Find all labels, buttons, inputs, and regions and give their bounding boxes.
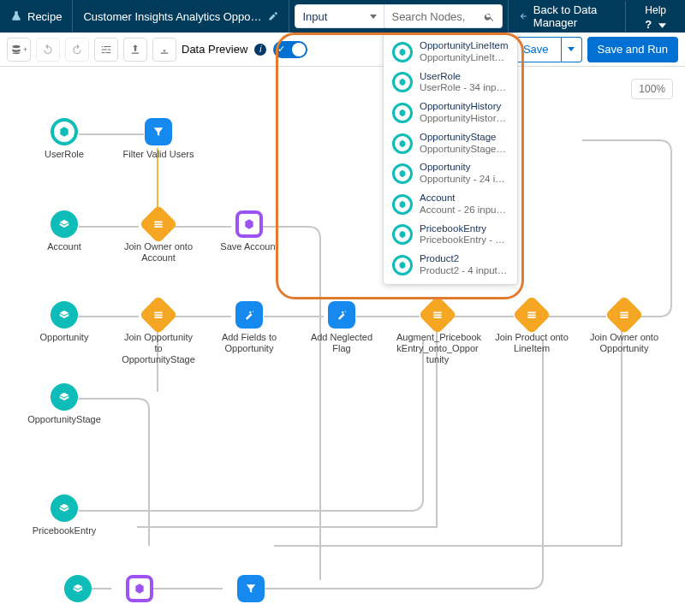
save-dropdown-button[interactable] [562, 37, 582, 62]
back-link[interactable]: Back to Data Manager [508, 0, 625, 33]
node-filter-valid-users[interactable]: Filter Valid Users [122, 118, 195, 160]
settings-button[interactable] [94, 38, 118, 62]
wand-icon [243, 309, 255, 321]
dropdown-title: PricebookEntry [420, 223, 509, 235]
stack-icon [432, 309, 444, 321]
save-and-run-button[interactable]: Save and Run [587, 37, 678, 62]
layers-icon [58, 309, 70, 321]
stack-icon [152, 218, 164, 230]
node-label: PricebookEntry [33, 525, 97, 536]
hex-ring-icon [392, 255, 413, 275]
node-label: Add Neglected Flag [305, 332, 378, 354]
node-add-neglected[interactable]: Add Neglected Flag [305, 301, 378, 354]
node-userrole[interactable]: UserRole [27, 118, 101, 160]
recipe-canvas[interactable]: 100% UserRole Filter Valid Users [0, 67, 685, 616]
node-label: Augment_Pricebook kEntry_onto_Oppor tuni… [396, 332, 479, 366]
back-arrow-icon [519, 10, 527, 22]
dropdown-subtitle: Product2 - 4 input c... [420, 265, 509, 277]
node-opportunity[interactable]: Opportunity [27, 301, 101, 343]
node-add-fields[interactable]: Add Fields to Opportunity [212, 301, 286, 354]
node-label: Filter Valid Users [123, 149, 194, 160]
dropdown-subtitle: OpportunityStage - ... [420, 144, 509, 156]
save-split-button: Save [510, 37, 582, 62]
hex-ring-icon [392, 103, 413, 123]
hex-ring-icon [392, 224, 413, 245]
hex-ring-icon [392, 72, 413, 92]
node-join-owner-account[interactable]: Join Owner onto Account [122, 210, 195, 264]
node-join-owner-opp[interactable]: Join Owner onto Opportunity [587, 301, 661, 354]
brand-section: Recipe [0, 0, 73, 33]
node-label: Join Owner onto Opportunity [587, 332, 661, 354]
layers-icon [58, 502, 70, 514]
search-placeholder: Search Nodes, [391, 10, 465, 23]
dropdown-subtitle: OpportunityHistory ... [420, 113, 509, 125]
pencil-icon [268, 11, 278, 21]
chevron-down-icon [568, 47, 575, 51]
redo-button[interactable] [65, 38, 89, 62]
hex-ring-icon [392, 133, 413, 154]
stack-icon [618, 309, 630, 321]
node-type-value: Input [302, 10, 327, 23]
node-filter-bottom[interactable] [214, 575, 288, 602]
node-pricebook-entry[interactable]: PricebookEntry [27, 495, 101, 536]
chevron-down-icon [370, 15, 377, 19]
dropdown-subtitle: Account - 26 input c... [420, 204, 509, 216]
dropdown-title: Product2 [420, 253, 509, 265]
node-type-select[interactable]: Input [295, 4, 384, 28]
hex-ring-icon [392, 194, 413, 215]
node-output-bottom[interactable] [103, 575, 176, 602]
dropdown-item[interactable]: OpportunityOpportunity - 24 inp... [384, 158, 517, 189]
flask-icon [10, 10, 22, 22]
export-button[interactable] [123, 38, 147, 62]
node-label: Opportunity [40, 332, 89, 343]
stack-icon [152, 309, 164, 321]
node-label: Account [47, 241, 81, 252]
dropdown-title: OpportunityLineItem [420, 40, 509, 52]
back-label: Back to Data Manager [533, 3, 616, 29]
node-label: Add Fields to Opportunity [212, 332, 286, 354]
node-label: Save Account [220, 241, 277, 252]
node-label: UserRole [45, 149, 84, 160]
dropdown-item[interactable]: OpportunityStageOpportunityStage - ... [384, 128, 517, 159]
node-account[interactable]: Account [27, 210, 101, 252]
layers-icon [58, 218, 70, 230]
dropdown-title: OpportunityHistory [420, 101, 509, 113]
node-opportunity-stage[interactable]: OpportunityStage [27, 383, 101, 425]
toggle-check-icon: ✓ [277, 44, 285, 55]
upload-icon [129, 44, 141, 56]
help-block[interactable]: Help ? [625, 1, 685, 33]
undo-button[interactable] [36, 38, 60, 62]
node-search-input[interactable]: Search Nodes, [384, 4, 503, 28]
hex-icon [134, 583, 146, 595]
layers-icon [58, 391, 70, 403]
dropdown-item[interactable]: UserRoleUserRole - 34 input ... [384, 68, 517, 98]
data-preview-toggle: Data Preview i ✓ [182, 41, 307, 58]
dropdown-item[interactable]: PricebookEntryPricebookEntry - 12 ... [384, 220, 517, 251]
node-label: Join Owner onto Account [122, 241, 195, 264]
recipe-title-section[interactable]: Customer Insights Analytics Opportunity … [73, 0, 289, 33]
toggle-knob [292, 43, 306, 56]
dropdown-title: Opportunity [420, 162, 509, 174]
plus-db-icon [10, 44, 22, 56]
dropdown-subtitle: Opportunity - 24 inp... [420, 174, 509, 186]
import-button[interactable] [152, 38, 176, 62]
dropdown-item[interactable]: OpportunityLineItemOpportunityLineItem..… [384, 37, 517, 68]
dropdown-item[interactable]: AccountAccount - 26 input c... [384, 189, 517, 220]
node-join-opp-stage[interactable]: Join Opportunity to OpportunityStage [122, 301, 195, 366]
hex-ring-icon [392, 42, 413, 62]
dropdown-item[interactable]: OpportunityHistoryOpportunityHistory ... [384, 98, 517, 128]
download-icon [158, 44, 170, 56]
preview-switch[interactable]: ✓ [273, 41, 307, 58]
add-node-button[interactable]: + [7, 38, 31, 62]
dropdown-title: OpportunityStage [420, 132, 509, 144]
dropdown-subtitle: UserRole - 34 input ... [420, 82, 509, 94]
help-question-icon: ? [645, 18, 652, 31]
dropdown-item[interactable]: Product2Product2 - 4 input c... [384, 250, 517, 281]
hex-icon [243, 218, 255, 230]
node-join-product[interactable]: Join Product onto LineItem [495, 301, 569, 354]
node-save-account[interactable]: Save Account [212, 210, 286, 252]
node-augment-pricebook[interactable]: Augment_Pricebook kEntry_onto_Oppor tuni… [401, 301, 474, 366]
hex-icon [58, 126, 70, 138]
info-icon[interactable]: i [254, 44, 266, 56]
node-search-dropdown: OpportunityLineItemOpportunityLineItem..… [383, 33, 518, 285]
